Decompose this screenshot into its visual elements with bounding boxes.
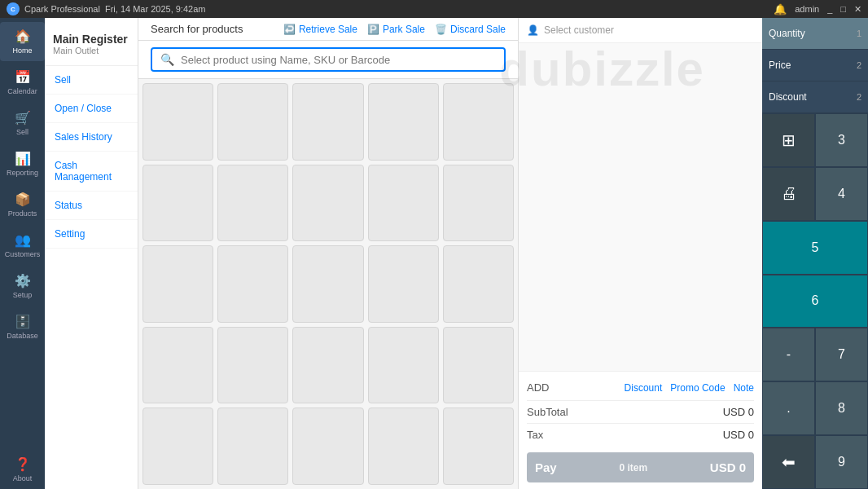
product-cell-25[interactable] bbox=[443, 408, 514, 485]
customer-select[interactable]: 👤 Select customer bbox=[519, 18, 762, 43]
minimize-button[interactable]: _ bbox=[827, 4, 832, 14]
product-cell-6[interactable] bbox=[142, 165, 213, 242]
tax-value: USD 0 bbox=[723, 429, 754, 441]
menu-item-sales-history[interactable]: Sales History bbox=[45, 123, 138, 152]
sidebar-item-setup[interactable]: ⚙️ Setup bbox=[0, 267, 45, 306]
sidebar-label-reporting: Reporting bbox=[7, 169, 38, 177]
key-7[interactable]: 7 bbox=[815, 328, 868, 381]
product-cell-20[interactable] bbox=[443, 327, 514, 404]
product-cell-16[interactable] bbox=[142, 327, 213, 404]
sidebar-item-database[interactable]: 🗄️ Database bbox=[0, 307, 45, 346]
add-label: ADD bbox=[527, 381, 549, 394]
app-datetime: Fri, 14 Mar 2025, 9:42am bbox=[105, 4, 206, 14]
key-4[interactable]: 4 bbox=[815, 167, 868, 221]
discount-mode-button[interactable]: Discount 2 bbox=[762, 82, 868, 113]
product-cell-22[interactable] bbox=[217, 408, 288, 485]
backspace-key[interactable]: ⬅ bbox=[762, 435, 815, 489]
close-button[interactable]: ✕ bbox=[854, 4, 861, 15]
print-key[interactable]: 🖨 bbox=[762, 167, 815, 221]
product-cell-1[interactable] bbox=[142, 83, 213, 161]
subtotal-value: USD 0 bbox=[723, 406, 754, 418]
park-sale-button[interactable]: 🅿️ Park Sale bbox=[367, 24, 425, 35]
sidebar-item-calendar[interactable]: 📅 Calendar bbox=[0, 63, 45, 102]
back-icon: ⬅ bbox=[782, 452, 796, 472]
product-cell-18[interactable] bbox=[292, 327, 363, 404]
topbar-right: 🔔 admin _ □ ✕ bbox=[774, 3, 861, 15]
key-5-label: 5 bbox=[812, 240, 819, 255]
product-cell-7[interactable] bbox=[217, 165, 288, 242]
order-add-actions: Discount Promo Code Note bbox=[625, 382, 754, 394]
product-cell-17[interactable] bbox=[217, 327, 288, 404]
view-toggle-icon: ⊞ bbox=[782, 130, 796, 150]
product-cell-2[interactable] bbox=[217, 83, 288, 161]
dot-label: . bbox=[787, 401, 790, 416]
view-toggle-key[interactable]: ⊞ bbox=[762, 113, 815, 167]
sidebar-item-products[interactable]: 📦 Products bbox=[0, 185, 45, 224]
menu-item-sell[interactable]: Sell bbox=[45, 66, 138, 95]
sidebar-label-about: About bbox=[13, 474, 33, 482]
product-cell-14[interactable] bbox=[368, 245, 439, 323]
product-cell-23[interactable] bbox=[292, 408, 363, 485]
quantity-mode-button[interactable]: Quantity 1 bbox=[762, 18, 868, 50]
sidebar-item-about[interactable]: ❓ About bbox=[0, 450, 45, 489]
price-mode-button[interactable]: Price 2 bbox=[762, 50, 868, 82]
key-4-label: 4 bbox=[838, 187, 845, 201]
key-3[interactable]: 3 bbox=[815, 113, 868, 167]
topbar-left: C Cpark Professional Fri, 14 Mar 2025, 9… bbox=[7, 2, 205, 15]
promo-code-button[interactable]: Promo Code bbox=[670, 382, 725, 394]
retrieve-sale-button[interactable]: ↩️ Retrieve Sale bbox=[283, 24, 357, 35]
sidebar-label-products: Products bbox=[8, 209, 37, 218]
product-cell-15[interactable] bbox=[443, 245, 514, 323]
key-9-label: 9 bbox=[838, 455, 845, 469]
key-8-label: 8 bbox=[838, 401, 845, 416]
menu-item-cash-management[interactable]: Cash Management bbox=[45, 152, 138, 192]
register-subtitle: Main Outlet bbox=[53, 46, 129, 55]
tax-label: Tax bbox=[527, 429, 543, 441]
sidebar-item-reporting[interactable]: 📊 Reporting bbox=[0, 144, 45, 183]
key-5[interactable]: 5 bbox=[762, 221, 868, 275]
minus-key[interactable]: - bbox=[762, 328, 815, 381]
menu-item-setting[interactable]: Setting bbox=[45, 220, 138, 249]
sidebar-item-home[interactable]: 🏠 Home bbox=[0, 22, 45, 61]
product-cell-4[interactable] bbox=[368, 83, 439, 161]
park-icon: 🅿️ bbox=[367, 24, 379, 35]
pay-button[interactable]: Pay 0 item USD 0 bbox=[527, 452, 754, 482]
price-key: 2 bbox=[857, 60, 861, 70]
product-cell-8[interactable] bbox=[292, 165, 363, 242]
menu-item-open-close[interactable]: Open / Close bbox=[45, 95, 138, 123]
pay-label: Pay bbox=[535, 460, 557, 474]
dot-key[interactable]: . bbox=[762, 381, 815, 435]
discard-sale-button[interactable]: 🗑️ Discard Sale bbox=[435, 24, 506, 35]
discount-key: 2 bbox=[857, 92, 861, 102]
product-cell-12[interactable] bbox=[217, 245, 288, 323]
discard-icon: 🗑️ bbox=[435, 24, 447, 35]
maximize-button[interactable]: □ bbox=[840, 4, 846, 14]
product-cell-21[interactable] bbox=[142, 408, 213, 485]
sidebar-label-calendar: Calendar bbox=[7, 87, 37, 95]
database-icon: 🗄️ bbox=[15, 314, 31, 329]
menu-item-status[interactable]: Status bbox=[45, 192, 138, 220]
product-cell-5[interactable] bbox=[443, 83, 514, 161]
key-8[interactable]: 8 bbox=[815, 381, 868, 435]
key-9[interactable]: 9 bbox=[815, 435, 868, 489]
discount-button[interactable]: Discount bbox=[625, 382, 663, 394]
product-cell-9[interactable] bbox=[368, 165, 439, 242]
product-cell-3[interactable] bbox=[292, 83, 363, 161]
product-cell-10[interactable] bbox=[443, 165, 514, 242]
notification-icon[interactable]: 🔔 bbox=[774, 3, 787, 15]
sidebar-label-home: Home bbox=[12, 46, 32, 55]
order-items-area bbox=[519, 43, 762, 371]
product-cell-11[interactable] bbox=[142, 245, 213, 323]
product-cell-19[interactable] bbox=[368, 327, 439, 404]
note-button[interactable]: Note bbox=[734, 382, 754, 394]
search-icon: 🔍 bbox=[160, 53, 174, 66]
sidebar-item-customers[interactable]: 👥 Customers bbox=[0, 226, 45, 265]
search-container: 🔍 bbox=[138, 41, 518, 79]
search-input[interactable] bbox=[181, 54, 496, 66]
about-icon: ❓ bbox=[15, 456, 31, 472]
product-cell-24[interactable] bbox=[368, 408, 439, 485]
key-7-label: 7 bbox=[838, 347, 845, 362]
sidebar-item-sell[interactable]: 🛒 Sell bbox=[0, 104, 45, 143]
product-cell-13[interactable] bbox=[292, 245, 363, 323]
key-6[interactable]: 6 bbox=[762, 275, 868, 328]
